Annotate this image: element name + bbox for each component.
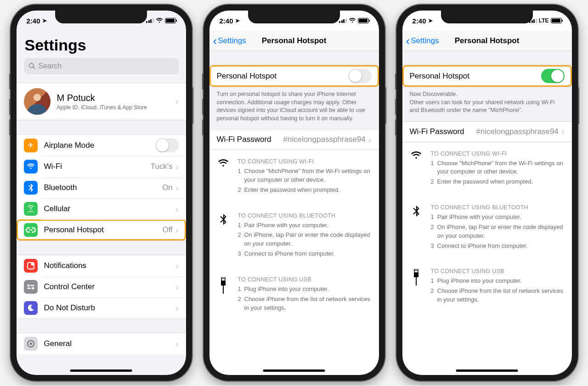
svg-rect-14 xyxy=(223,285,224,294)
signal-icon xyxy=(339,18,347,23)
phone-frame-2: 2:40➤ ‹Settings Personal Hotspot Persona… xyxy=(204,5,385,381)
chevron-right-icon: › xyxy=(175,96,179,107)
signal-icon xyxy=(146,18,154,23)
bluetooth-row[interactable]: Bluetooth On › xyxy=(17,177,186,198)
back-button[interactable]: ‹Settings xyxy=(406,35,439,47)
notifications-row[interactable]: Notifications › xyxy=(17,255,186,276)
wifi-icon xyxy=(24,160,38,173)
battery-icon xyxy=(358,18,369,23)
hotspot-toggle-row[interactable]: Personal Hotspot xyxy=(402,65,572,87)
wifi-icon xyxy=(410,151,423,188)
nav-bar: ‹Settings Personal Hotspot xyxy=(209,31,379,51)
chevron-left-icon: ‹ xyxy=(213,35,217,47)
dnd-row[interactable]: Do Not Disturb › xyxy=(17,297,186,319)
cellular-icon xyxy=(24,202,38,216)
connect-usb-instructions: TO CONNECT USING USBPlug iPhone into you… xyxy=(402,260,572,314)
hotspot-toggle[interactable] xyxy=(348,69,372,83)
search-input[interactable]: Search xyxy=(24,58,179,74)
wifi-password-row[interactable]: Wi-Fi Password #nicelongpassphrase94 › xyxy=(402,122,572,142)
svg-rect-18 xyxy=(414,273,418,277)
chevron-right-icon: › xyxy=(175,162,179,172)
connect-bluetooth-instructions: TO CONNECT USING BLUETOOTHPair iPhone wi… xyxy=(402,196,572,260)
chevron-right-icon: › xyxy=(175,282,179,292)
battery-icon xyxy=(551,18,562,23)
phone-frame-3: 2:40➤ LTE ‹Settings Personal Hotspot Per… xyxy=(396,5,578,381)
svg-rect-17 xyxy=(416,270,417,271)
notifications-icon xyxy=(24,259,38,273)
svg-rect-7 xyxy=(27,288,31,289)
notch xyxy=(55,11,147,23)
svg-line-1 xyxy=(33,67,35,69)
svg-rect-13 xyxy=(221,281,226,285)
hotspot-toggle-row[interactable]: Personal Hotspot xyxy=(209,65,379,87)
bluetooth-icon xyxy=(217,213,230,260)
svg-rect-11 xyxy=(222,278,223,279)
moon-icon xyxy=(24,301,38,315)
network-label: LTE xyxy=(539,17,549,24)
svg-point-4 xyxy=(27,285,29,287)
connect-wifi-instructions: TO CONNECT USING WI-FIChoose "MichPhone"… xyxy=(209,150,379,204)
phone-frame-1: 2:40➤ Settings Search M PotuckApple ID, … xyxy=(11,5,192,381)
bluetooth-icon xyxy=(24,181,38,195)
chevron-right-icon: › xyxy=(175,204,179,214)
location-icon: ➤ xyxy=(42,17,47,24)
hotspot-toggle[interactable] xyxy=(541,69,565,83)
home-indicator[interactable] xyxy=(456,369,518,372)
hotspot-icon xyxy=(24,223,38,237)
connect-bluetooth-instructions: TO CONNECT USING BLUETOOTHPair iPhone wi… xyxy=(209,204,379,268)
chevron-left-icon: ‹ xyxy=(406,35,410,47)
svg-rect-10 xyxy=(221,277,225,281)
chevron-right-icon: › xyxy=(175,303,179,313)
notch xyxy=(248,11,340,23)
connect-usb-instructions: TO CONNECT USING USBPlug iPhone into you… xyxy=(209,268,379,322)
personal-hotspot-row[interactable]: Personal Hotspot Off › xyxy=(17,219,186,241)
page-title: Settings xyxy=(17,31,186,58)
notch xyxy=(441,11,533,23)
airplane-toggle[interactable] xyxy=(155,138,179,152)
cellular-row[interactable]: Cellular › xyxy=(17,198,186,219)
chevron-right-icon: › xyxy=(175,261,179,271)
svg-rect-15 xyxy=(414,269,418,273)
location-icon: ➤ xyxy=(428,17,433,24)
wifi-password-row[interactable]: Wi-Fi Password #nicelongpassphrase94 › xyxy=(209,129,379,150)
wifi-icon xyxy=(217,158,230,196)
avatar xyxy=(24,88,51,115)
location-icon: ➤ xyxy=(235,17,240,24)
back-button[interactable]: ‹Settings xyxy=(213,35,246,47)
svg-rect-16 xyxy=(415,270,416,271)
usb-icon xyxy=(217,276,230,314)
gear-icon xyxy=(24,337,38,351)
usb-icon xyxy=(410,268,423,306)
status-time: 2:40 xyxy=(27,17,40,25)
apple-id-row[interactable]: M PotuckApple ID, iCloud, iTunes & App S… xyxy=(17,83,186,120)
chevron-right-icon: › xyxy=(368,134,372,145)
home-indicator[interactable] xyxy=(263,369,325,372)
battery-icon xyxy=(165,18,176,23)
wifi-row[interactable]: Wi-Fi Tuck's › xyxy=(17,156,186,177)
control-center-row[interactable]: Control Center › xyxy=(17,276,186,297)
svg-rect-19 xyxy=(416,277,417,285)
airplane-icon: ✈ xyxy=(24,139,38,152)
svg-rect-12 xyxy=(223,278,224,279)
hotspot-footnote: Turn on personal hotspot to share your i… xyxy=(209,87,379,129)
chevron-right-icon: › xyxy=(175,225,179,235)
chevron-right-icon: › xyxy=(175,339,179,349)
wifi-icon xyxy=(349,18,356,23)
chevron-right-icon: › xyxy=(175,183,179,193)
bluetooth-icon xyxy=(410,204,423,252)
general-row[interactable]: General › xyxy=(17,333,186,354)
search-icon xyxy=(28,62,36,70)
control-center-icon xyxy=(24,280,38,294)
svg-point-3 xyxy=(31,263,34,266)
svg-rect-5 xyxy=(30,285,34,286)
connect-wifi-instructions: TO CONNECT USING WI-FIChoose "MichPhone"… xyxy=(402,142,572,196)
svg-point-6 xyxy=(32,287,34,290)
discoverable-footnote: Now Discoverable. Other users can look f… xyxy=(402,87,572,121)
airplane-mode-row[interactable]: ✈ Airplane Mode xyxy=(17,134,186,156)
wifi-icon xyxy=(156,18,163,23)
home-indicator[interactable] xyxy=(70,369,132,372)
svg-point-0 xyxy=(29,63,34,67)
svg-point-9 xyxy=(29,343,32,345)
chevron-right-icon: › xyxy=(561,126,565,137)
nav-bar: ‹Settings Personal Hotspot xyxy=(402,31,572,51)
